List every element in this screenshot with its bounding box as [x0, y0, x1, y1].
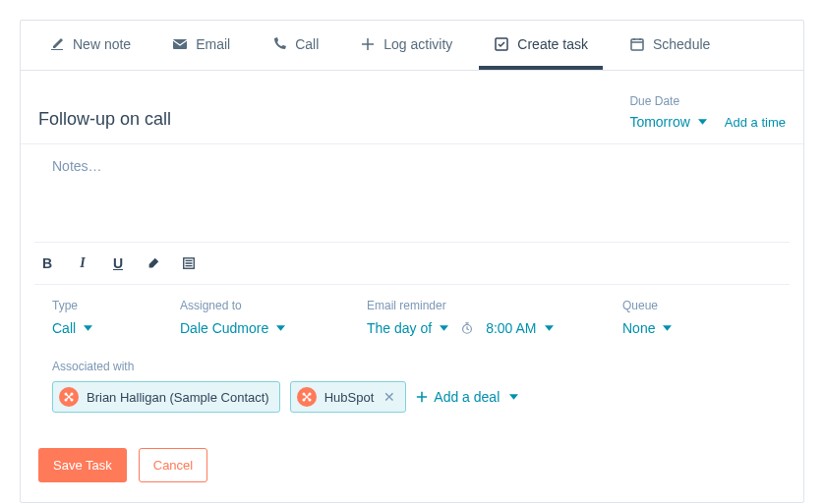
italic-button[interactable]: I [74, 254, 91, 272]
chevron-down-icon [663, 325, 672, 331]
chevron-down-icon [698, 119, 707, 125]
action-tabs: New note Email Call Log activity Create … [21, 21, 803, 71]
reminder-day-value: The day of [367, 320, 432, 336]
chip-label: Brian Halligan (Sample Contact) [87, 390, 269, 405]
add-deal-button[interactable]: Add a deal [416, 389, 518, 405]
tab-label: Log activity [383, 36, 452, 52]
plus-icon [416, 391, 428, 403]
title-row: Follow-up on call Due Date Tomorrow Add … [21, 71, 803, 144]
associated-chip[interactable]: HubSpot ✕ [290, 381, 407, 413]
notes-placeholder: Notes… [52, 158, 102, 174]
chevron-down-icon [276, 325, 285, 331]
svg-rect-2 [631, 39, 643, 50]
eraser-button[interactable] [145, 254, 162, 272]
edit-icon [49, 36, 65, 52]
associated-label: Associated with [52, 360, 772, 373]
task-panel: New note Email Call Log activity Create … [20, 20, 804, 503]
save-button[interactable]: Save Task [38, 448, 127, 482]
fields-row: Type Call Assigned to Dale Cudmore Email… [34, 284, 790, 354]
reminder-time-value: 8:00 AM [486, 320, 536, 336]
due-date-dropdown[interactable]: Tomorrow [629, 114, 706, 130]
tab-schedule[interactable]: Schedule [615, 21, 725, 70]
tab-label: Create task [517, 36, 588, 52]
tab-label: Email [196, 36, 230, 52]
tab-create-task[interactable]: Create task [479, 21, 603, 70]
tab-call[interactable]: Call [257, 21, 333, 70]
notes-textarea[interactable]: Notes… [34, 144, 790, 243]
cancel-button[interactable]: Cancel [139, 448, 207, 482]
chevron-down-icon [440, 325, 448, 331]
add-time-link[interactable]: Add a time [725, 115, 786, 130]
reminder-label: Email reminder [367, 299, 613, 312]
add-deal-label: Add a deal [434, 389, 500, 405]
tab-email[interactable]: Email [157, 21, 245, 70]
formatting-toolbar: B I U [21, 243, 803, 284]
chip-remove-icon[interactable]: ✕ [383, 389, 395, 405]
queue-label: Queue [622, 299, 772, 312]
svg-rect-0 [173, 39, 187, 49]
type-value: Call [52, 320, 76, 336]
due-date-label: Due Date [629, 94, 706, 108]
assigned-label: Assigned to [180, 299, 357, 312]
chip-label: HubSpot [324, 390, 375, 405]
footer-actions: Save Task Cancel [21, 432, 803, 502]
associated-section: Associated with Brian Halligan (Sample C… [34, 354, 790, 432]
chevron-down-icon [84, 325, 92, 331]
reminder-day-dropdown[interactable]: The day of [367, 320, 448, 336]
tab-label: Call [295, 36, 319, 52]
underline-button[interactable]: U [109, 254, 127, 272]
associated-row: Brian Halligan (Sample Contact) HubSpot … [52, 381, 772, 413]
assigned-value: Dale Cudmore [180, 320, 268, 336]
tab-new-note[interactable]: New note [34, 21, 146, 70]
assigned-dropdown[interactable]: Dale Cudmore [180, 320, 357, 336]
tab-log-activity[interactable]: Log activity [345, 21, 467, 70]
chevron-down-icon [545, 325, 554, 331]
tab-label: Schedule [653, 36, 710, 52]
checkbox-icon [494, 36, 509, 52]
calendar-icon [629, 36, 645, 52]
phone-icon [271, 36, 287, 52]
queue-value: None [622, 320, 655, 336]
list-button[interactable] [180, 254, 198, 272]
plus-icon [360, 36, 376, 52]
chevron-down-icon [509, 394, 518, 400]
company-avatar-icon [297, 387, 317, 407]
type-dropdown[interactable]: Call [52, 320, 170, 336]
clock-icon [460, 321, 474, 335]
reminder-time-dropdown[interactable]: 8:00 AM [486, 320, 553, 336]
task-title-input[interactable]: Follow-up on call [38, 109, 171, 130]
email-icon [172, 36, 188, 52]
contact-avatar-icon [59, 387, 79, 407]
bold-button[interactable]: B [38, 254, 56, 272]
due-date-value: Tomorrow [629, 114, 689, 130]
type-label: Type [52, 299, 170, 312]
tab-label: New note [73, 36, 131, 52]
associated-chip[interactable]: Brian Halligan (Sample Contact) [52, 381, 280, 413]
queue-dropdown[interactable]: None [622, 320, 772, 336]
due-date-group: Due Date Tomorrow Add a time [629, 94, 786, 130]
